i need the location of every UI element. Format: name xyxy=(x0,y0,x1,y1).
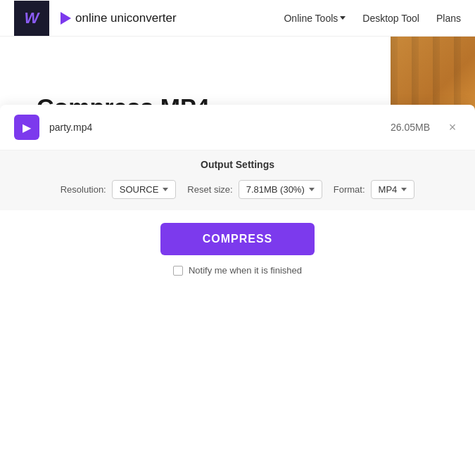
reset-size-chevron-icon xyxy=(309,188,315,191)
compress-section: COMPRESS Notify me when it is finished xyxy=(0,210,475,290)
file-row: ▶ party.mp4 26.05MB × xyxy=(0,105,475,150)
file-name: party.mp4 xyxy=(49,122,391,133)
resolution-chevron-icon xyxy=(163,188,168,191)
desktop-tool-link[interactable]: Desktop Tool xyxy=(362,13,419,24)
format-select[interactable]: MP4 xyxy=(371,180,415,199)
close-file-button[interactable]: × xyxy=(444,119,461,136)
file-type-icon: ▶ xyxy=(23,121,31,134)
online-tools-dropdown-arrow xyxy=(340,16,346,20)
resolution-group: Resolution: SOURCE xyxy=(61,180,177,199)
settings-row: Resolution: SOURCE Reset size: 7.81MB (3… xyxy=(14,180,461,199)
nav-links: Online Tools Desktop Tool Plans xyxy=(284,13,461,24)
file-size: 26.05MB xyxy=(391,122,430,133)
notify-row: Notify me when it is finished xyxy=(173,265,302,276)
logo-letter: W xyxy=(25,9,39,27)
online-tools-link[interactable]: Online Tools xyxy=(284,13,346,24)
format-value: MP4 xyxy=(379,184,398,195)
reset-size-select[interactable]: 7.81MB (30%) xyxy=(239,180,322,199)
play-icon xyxy=(61,12,71,25)
plans-link[interactable]: Plans xyxy=(436,13,461,24)
notify-checkbox[interactable] xyxy=(173,266,183,276)
output-settings: Output Settings Resolution: SOURCE Reset… xyxy=(0,150,475,210)
file-panel: ▶ party.mp4 26.05MB × Output Settings Re… xyxy=(0,105,475,290)
reset-size-group: Reset size: 7.81MB (30%) xyxy=(187,180,322,199)
output-settings-title: Output Settings xyxy=(14,159,461,170)
resolution-value: SOURCE xyxy=(120,184,159,195)
reset-size-label: Reset size: xyxy=(187,184,232,195)
resolution-label: Resolution: xyxy=(61,184,106,195)
navbar: W online uniconverter Online Tools Deskt… xyxy=(0,0,475,37)
brand-name: online uniconverter xyxy=(61,11,284,25)
file-icon: ▶ xyxy=(14,115,39,140)
format-chevron-icon xyxy=(401,188,407,191)
resolution-select[interactable]: SOURCE xyxy=(112,180,177,199)
format-label: Format: xyxy=(334,184,365,195)
reset-size-value: 7.81MB (30%) xyxy=(246,184,305,195)
wondershare-logo: W xyxy=(14,1,49,36)
format-group: Format: MP4 xyxy=(334,180,415,199)
brand-text: online uniconverter xyxy=(75,11,177,25)
compress-button[interactable]: COMPRESS xyxy=(160,223,315,255)
hero-container: Compress MP4 Compress MP4 video to small… xyxy=(0,37,475,290)
notify-label: Notify me when it is finished xyxy=(189,265,302,276)
